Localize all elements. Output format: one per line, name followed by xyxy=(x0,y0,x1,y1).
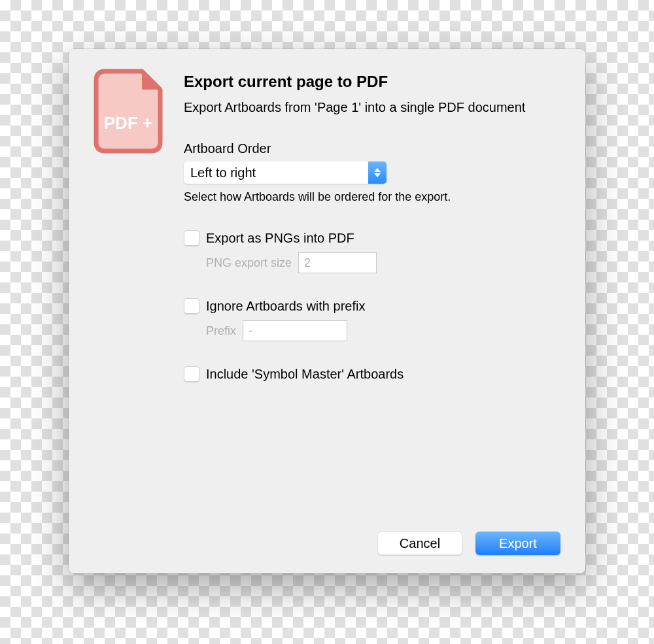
cancel-button[interactable]: Cancel xyxy=(377,532,462,555)
artboard-order-help: Select how Artboards will be ordered for… xyxy=(184,190,560,204)
include-symbol-checkbox[interactable] xyxy=(184,366,199,382)
png-size-input[interactable] xyxy=(298,252,377,273)
png-size-label: PNG export size xyxy=(206,256,292,270)
dialog-content: Export current page to PDF Export Artboa… xyxy=(184,69,560,401)
export-button[interactable]: Export xyxy=(475,532,560,555)
prefix-input[interactable] xyxy=(243,320,347,341)
ignore-prefix-row: Ignore Artboards with prefix xyxy=(184,298,560,314)
svg-text:PDF +: PDF + xyxy=(104,113,152,133)
artboard-order-label: Artboard Order xyxy=(184,141,560,156)
dialog-title: Export current page to PDF xyxy=(184,73,560,91)
include-symbol-label: Include 'Symbol Master' Artboards xyxy=(206,367,404,382)
select-stepper-icon xyxy=(368,161,387,184)
artboard-order-select[interactable]: Left to right xyxy=(184,161,387,184)
export-png-checkbox[interactable] xyxy=(184,230,199,246)
dialog-header: PDF + Export current page to PDF Export … xyxy=(94,69,560,401)
ignore-prefix-label: Ignore Artboards with prefix xyxy=(206,299,365,314)
include-symbol-row: Include 'Symbol Master' Artboards xyxy=(184,366,560,382)
dialog-buttons: Cancel Export xyxy=(94,532,560,555)
prefix-label: Prefix xyxy=(206,324,236,338)
export-pdf-dialog: PDF + Export current page to PDF Export … xyxy=(69,49,585,573)
export-png-label: Export as PNGs into PDF xyxy=(206,231,354,246)
artboard-order-value: Left to right xyxy=(184,161,368,184)
pdf-plus-icon: PDF + xyxy=(94,69,165,154)
png-size-row: PNG export size xyxy=(206,252,560,273)
dialog-subtitle: Export Artboards from 'Page 1' into a si… xyxy=(184,99,560,116)
artboard-order-select-row: Left to right xyxy=(184,161,560,184)
export-png-row: Export as PNGs into PDF xyxy=(184,230,560,246)
ignore-prefix-checkbox[interactable] xyxy=(184,298,199,314)
prefix-row: Prefix xyxy=(206,320,560,341)
